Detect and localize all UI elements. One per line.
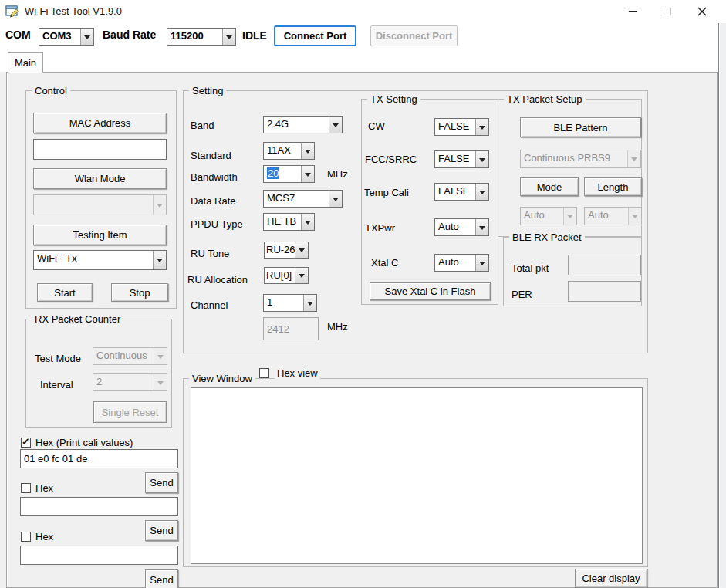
chevron-down-icon[interactable] <box>475 219 488 235</box>
standard-select[interactable]: 11AX <box>263 142 315 160</box>
ppdu-type-select[interactable]: HE TB <box>263 213 315 231</box>
start-button[interactable]: Start <box>37 283 93 302</box>
ru-allocation-select[interactable]: RU[0] <box>264 267 309 284</box>
close-button[interactable] <box>685 0 719 23</box>
view-window-textarea[interactable] <box>191 387 643 564</box>
com-port-select[interactable]: COM3 <box>39 28 94 46</box>
maximize-button <box>650 0 684 23</box>
xtal-c-value: Auto <box>435 255 475 271</box>
rx-packet-counter-group-title: RX Packet Counter <box>32 313 123 325</box>
chevron-down-icon[interactable] <box>475 184 488 200</box>
data-rate-label: Data Rate <box>191 195 236 207</box>
interval-value: 2 <box>93 374 154 390</box>
channel-value: 1 <box>264 295 303 311</box>
tab-main[interactable]: Main <box>8 52 43 73</box>
chevron-down-icon <box>154 348 167 364</box>
temp-cali-select[interactable]: FALSE <box>434 183 489 201</box>
fcc-srrc-label: FCC/SRRC <box>365 154 417 165</box>
testing-item-select[interactable]: WiFi - Tx <box>33 250 167 270</box>
mode-value: Auto <box>521 208 563 225</box>
mode-select: Auto <box>520 207 577 225</box>
standard-value: 11AX <box>264 143 301 159</box>
ble-pattern-select: Continuous PRBS9 <box>520 150 641 168</box>
mac-address-input[interactable] <box>33 139 167 160</box>
ble-pattern-button[interactable]: BLE Pattern <box>520 117 641 137</box>
wlan-mode-button[interactable]: Wlan Mode <box>33 168 167 189</box>
chevron-down-icon[interactable] <box>153 251 166 269</box>
bandwidth-select[interactable]: 20 <box>263 165 315 183</box>
band-value: 2.4G <box>264 117 329 133</box>
send-button-1[interactable]: Send <box>145 472 178 493</box>
chevron-down-icon[interactable] <box>301 214 314 230</box>
testing-item-button[interactable]: Testing Item <box>33 225 167 245</box>
chevron-down-icon[interactable] <box>222 29 235 45</box>
fcc-srrc-select[interactable]: FALSE <box>434 150 489 168</box>
control-group-title: Control <box>32 85 70 96</box>
band-select[interactable]: 2.4G <box>263 116 343 133</box>
cw-select[interactable]: FALSE <box>434 118 489 136</box>
hex-print-cali-checkbox[interactable] <box>21 438 31 448</box>
close-icon <box>697 7 707 16</box>
frequency-unit-label: MHz <box>327 321 348 333</box>
chevron-down-icon <box>153 195 166 215</box>
tx-packet-setup-group-title: TX Packet Setup <box>504 93 586 105</box>
view-window-group-title: View Window <box>189 373 255 384</box>
connect-port-button[interactable]: Connect Port <box>274 25 356 46</box>
baud-rate-select[interactable]: 115200 <box>167 28 236 46</box>
chevron-down-icon[interactable] <box>303 295 316 311</box>
send-button-2[interactable]: Send <box>145 520 178 541</box>
app-window: Wi-Fi Test Tool V1.9.0 COM COM3 Baud Rat… <box>0 0 726 588</box>
chevron-down-icon[interactable] <box>80 29 93 45</box>
titlebar: Wi-Fi Test Tool V1.9.0 <box>0 0 726 23</box>
chevron-down-icon <box>628 208 641 225</box>
maximize-icon <box>664 8 671 15</box>
hex-checkbox-2[interactable] <box>21 483 31 493</box>
window-title: Wi-Fi Test Tool V1.9.0 <box>25 0 122 23</box>
ru-tone-select[interactable]: RU-26 <box>264 242 309 259</box>
length-button[interactable]: Length <box>584 177 642 196</box>
hex-view-checkbox[interactable] <box>259 368 269 378</box>
mac-address-button[interactable]: MAC Address <box>33 113 167 133</box>
txpwr-select[interactable]: Auto <box>434 218 489 236</box>
chevron-down-icon[interactable] <box>475 255 488 271</box>
xtal-c-select[interactable]: Auto <box>434 254 489 272</box>
chevron-down-icon <box>627 150 640 167</box>
hex-input-1[interactable] <box>20 449 178 468</box>
wlan-mode-value <box>34 195 153 215</box>
temp-cali-label: Temp Cali <box>364 187 409 198</box>
chevron-down-icon[interactable] <box>475 119 488 135</box>
chevron-down-icon[interactable] <box>295 242 308 258</box>
chevron-down-icon[interactable] <box>295 268 308 283</box>
total-pkt-field <box>568 255 641 275</box>
stop-button[interactable]: Stop <box>111 283 168 302</box>
send-button-3[interactable]: Send <box>145 569 178 588</box>
length-select: Auto <box>584 207 642 225</box>
test-mode-label: Test Mode <box>35 353 81 364</box>
chevron-down-icon[interactable] <box>329 117 342 133</box>
ru-tone-value: RU-26 <box>265 242 295 258</box>
data-rate-select[interactable]: MCS7 <box>263 190 343 208</box>
hex-checkbox-3[interactable] <box>21 532 31 542</box>
data-rate-value: MCS7 <box>264 191 329 207</box>
chevron-down-icon <box>563 208 576 225</box>
ble-rx-packet-group-title: BLE RX Packet <box>509 231 585 243</box>
ble-pattern-value: Continuous PRBS9 <box>521 150 627 167</box>
chevron-down-icon <box>154 374 167 390</box>
interval-select: 2 <box>93 373 167 391</box>
testing-item-value: WiFi - Tx <box>34 251 153 269</box>
chevron-down-icon[interactable] <box>329 191 342 207</box>
clear-display-button[interactable]: Clear display <box>575 569 647 588</box>
chevron-down-icon[interactable] <box>301 143 314 159</box>
hex-input-3[interactable] <box>20 546 178 565</box>
window-right-frame <box>718 23 726 588</box>
mode-button[interactable]: Mode <box>520 177 579 196</box>
save-xtal-c-button[interactable]: Save Xtal C in Flash <box>370 282 491 300</box>
minimize-button[interactable] <box>616 0 650 23</box>
test-mode-select: Continuous <box>93 347 167 365</box>
chevron-down-icon[interactable] <box>475 151 488 167</box>
bandwidth-label: Bandwidth <box>191 171 238 183</box>
chevron-down-icon[interactable] <box>301 166 314 182</box>
frequency-field <box>263 317 319 340</box>
hex-input-2[interactable] <box>20 497 178 516</box>
channel-select[interactable]: 1 <box>263 294 317 312</box>
